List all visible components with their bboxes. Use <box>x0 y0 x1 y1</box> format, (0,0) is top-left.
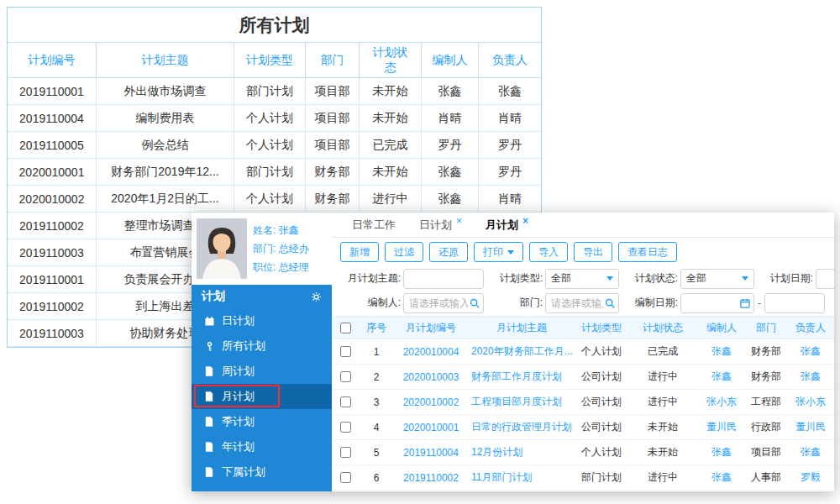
cell-subject[interactable]: 财务部工作月度计划 <box>468 370 575 384</box>
column-header-subject: 计划主题 <box>97 43 234 77</box>
tab-daily-plan[interactable]: 日计划 × <box>407 213 474 237</box>
plan-date-input[interactable] <box>816 269 834 289</box>
sidebar-item-label: 年计划 <box>222 439 255 454</box>
cell-type: 个人计划 <box>234 105 306 131</box>
table-row[interactable]: 5 2019110004 12月份计划 个人计划 未开始 张鑫 项目部 张鑫 <box>332 440 834 465</box>
cell-creator[interactable]: 张鑫 <box>698 370 745 384</box>
search-icon[interactable] <box>470 298 480 308</box>
row-checkbox[interactable] <box>340 371 351 382</box>
cell-owner[interactable]: 张鑫 <box>787 445 834 459</box>
gear-icon[interactable] <box>311 291 322 302</box>
type-filter-label: 计划类型: <box>494 271 543 286</box>
table-row[interactable]: 1 2020010004 2020年财务部工作月... 个人计划 已完成 张鑫 … <box>332 339 834 365</box>
cell-creator[interactable]: 董川民 <box>698 420 745 434</box>
row-checkbox[interactable] <box>340 396 351 407</box>
cell-plan-id: 2019110003 <box>8 320 97 346</box>
status-select[interactable]: 全部 <box>680 269 754 289</box>
cell-plan-id[interactable]: 2020010001 <box>394 422 468 433</box>
sidebar-item-subordinate-plans[interactable]: 下属计划 <box>192 459 332 485</box>
row-checkbox[interactable] <box>340 447 351 458</box>
sidebar-item-annual-plan[interactable]: 年计划 <box>192 434 332 459</box>
row-checkbox[interactable] <box>340 472 351 483</box>
filter-button[interactable]: 过滤 <box>385 242 423 262</box>
column-header-status: 计划状态 <box>360 43 422 77</box>
cell-plan-id: 2019110005 <box>8 132 97 158</box>
cell-dept: 财务部 <box>306 186 360 212</box>
chevron-down-icon <box>742 276 748 281</box>
cell-owner[interactable]: 张鑫 <box>787 370 834 384</box>
cell-creator: 张鑫 <box>422 78 479 104</box>
row-checkbox[interactable] <box>340 422 351 433</box>
sidebar-item-label: 所有计划 <box>222 339 265 354</box>
print-button-label: 打印 <box>483 245 503 260</box>
sidebar-item-daily-plan[interactable]: 日计划 <box>192 308 332 333</box>
close-icon[interactable]: × <box>522 216 528 226</box>
close-icon[interactable]: × <box>456 216 462 226</box>
cell-plan-id: 2019110003 <box>8 239 97 265</box>
import-button[interactable]: 导入 <box>529 242 568 262</box>
cell-plan-id[interactable]: 2020010003 <box>394 371 468 383</box>
cell-subject[interactable]: 工程项目部月度计划 <box>468 395 575 409</box>
table-row[interactable]: 2019110004 编制费用表 个人计划 项目部 未开始 肖晴 肖晴 <box>8 105 541 132</box>
cell-subject[interactable]: 11月部门计划 <box>468 470 575 485</box>
page-title: 所有计划 <box>8 8 541 43</box>
cell-plan-id[interactable]: 2020010004 <box>394 346 468 358</box>
tab-label: 日常工作 <box>352 218 396 233</box>
search-icon[interactable] <box>605 298 615 308</box>
table-row[interactable]: 2019110001 外出做市场调查 部门计划 项目部 未开始 张鑫 张鑫 <box>8 78 541 105</box>
cell-owner[interactable]: 张小东 <box>787 395 834 409</box>
cell-owner: 张鑫 <box>479 78 541 104</box>
creator-filter-label: 编制人: <box>339 296 401 310</box>
tab-daily-work[interactable]: 日常工作 <box>340 213 407 237</box>
table-row[interactable]: 6 2019110002 11月部门计划 部门计划 进行中 张鑫 人事部 罗毅 <box>332 465 834 491</box>
table-row[interactable]: 2020010001 财务部门2019年12... 部门计划 财务部 未开始 张… <box>8 159 541 186</box>
cell-plan-id[interactable]: 2020010002 <box>394 396 468 408</box>
add-button[interactable]: 新增 <box>340 242 379 262</box>
cell-owner[interactable]: 张鑫 <box>787 344 834 359</box>
table-header-row: 计划编号 计划主题 计划类型 部门 计划状态 编制人 负责人 <box>8 43 541 78</box>
cell-plan-id[interactable]: 2019110004 <box>394 447 468 459</box>
cell-creator[interactable]: 张鑫 <box>698 344 745 359</box>
tab-monthly-plan[interactable]: 月计划 × <box>474 213 540 237</box>
cell-subject[interactable]: 日常的行政管理月计划 <box>468 420 575 434</box>
cell-subject: 外出做市场调查 <box>97 78 234 104</box>
cell-dept: 项目部 <box>745 445 787 459</box>
cell-type: 公司计划 <box>575 420 627 434</box>
cell-plan-id[interactable]: 2019110002 <box>394 472 468 484</box>
subject-input[interactable] <box>403 269 484 289</box>
cell-subject[interactable]: 12月份计划 <box>468 445 575 459</box>
cell-creator[interactable]: 张小东 <box>698 395 745 409</box>
column-header-plan-id: 月计划编号 <box>394 321 468 335</box>
cell-owner[interactable]: 董川民 <box>787 420 834 434</box>
table-row[interactable]: 4 2020010001 日常的行政管理月计划 公司计划 未开始 董川民 行政部… <box>332 415 834 440</box>
type-select[interactable]: 全部 <box>545 269 619 289</box>
cell-owner[interactable]: 罗毅 <box>787 470 834 485</box>
reset-button[interactable]: 还原 <box>429 242 468 262</box>
export-button[interactable]: 导出 <box>574 242 612 262</box>
row-checkbox[interactable] <box>340 346 351 357</box>
cell-status: 未开始 <box>627 445 698 459</box>
cell-subject[interactable]: 2020年财务部工作月... <box>468 344 575 359</box>
cell-status: 未开始 <box>360 78 422 104</box>
select-value: 全部 <box>551 271 571 286</box>
sidebar-item-weekly-plan[interactable]: 周计划 <box>192 359 332 384</box>
create-date-end-input[interactable] <box>764 293 825 313</box>
table-row[interactable]: 2020010002 2020年1月2日的工... 个人计划 财务部 进行中 张… <box>8 186 541 213</box>
cell-dept: 工程部 <box>745 395 787 409</box>
cell-type: 部门计划 <box>234 159 306 185</box>
select-value: 全部 <box>686 271 706 286</box>
table-row[interactable]: 3 2020010002 工程项目部月度计划 公司计划 进行中 张小东 工程部 … <box>332 390 834 415</box>
sidebar-item-monthly-plan[interactable]: 月计划 <box>192 384 332 409</box>
view-log-button[interactable]: 查看日志 <box>618 242 677 262</box>
table-row[interactable]: 2019110005 例会总结 个人计划 项目部 已完成 罗丹 罗丹 <box>8 132 541 159</box>
column-header-subject: 月计划主题 <box>468 321 575 335</box>
sidebar-item-quarterly-plan[interactable]: 季计划 <box>192 409 332 434</box>
cell-creator[interactable]: 张鑫 <box>698 470 745 485</box>
table-row[interactable]: 2 2020010003 财务部工作月度计划 公司计划 进行中 张鑫 财务部 张… <box>332 365 834 390</box>
file-icon <box>205 366 215 376</box>
print-button[interactable]: 打印 <box>474 242 523 262</box>
select-all-checkbox[interactable] <box>340 323 351 333</box>
calendar-icon[interactable] <box>740 298 750 308</box>
cell-creator[interactable]: 张鑫 <box>698 445 745 459</box>
sidebar-item-all-plans[interactable]: 所有计划 <box>192 333 332 359</box>
